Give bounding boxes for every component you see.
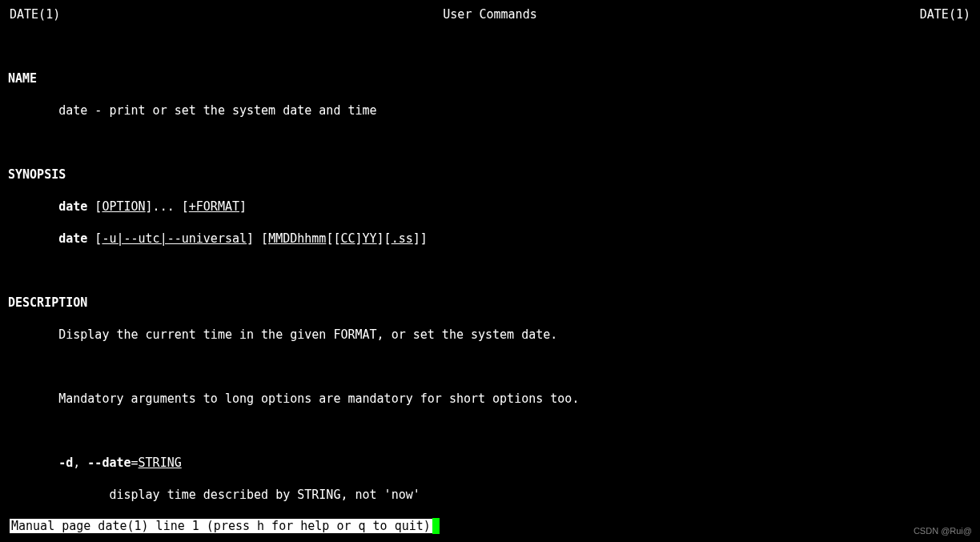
option-d: -d, --date=STRING xyxy=(8,455,972,471)
pager-status-text: Manual page date(1) line 1 (press h for … xyxy=(10,519,432,533)
pager-status-line[interactable]: Manual page date(1) line 1 (press h for … xyxy=(10,518,440,534)
header-center: User Commands xyxy=(443,6,536,22)
description-line-2: Mandatory arguments to long options are … xyxy=(8,391,972,407)
section-synopsis-heading: SYNOPSIS xyxy=(8,167,972,183)
man-header: DATE(1) User Commands DATE(1) xyxy=(0,0,980,22)
option-d-text: display time described by STRING, not 'n… xyxy=(8,487,972,503)
section-name-heading: NAME xyxy=(8,70,972,86)
description-line-1: Display the current time in the given FO… xyxy=(8,327,972,343)
synopsis-line-2: date [-u|--utc|--universal] [MMDDhhmm[[C… xyxy=(8,231,972,247)
watermark: CSDN @Rui@ xyxy=(914,523,972,539)
header-right: DATE(1) xyxy=(920,6,970,22)
name-text: date - print or set the system date and … xyxy=(8,102,972,118)
synopsis-line-1: date [OPTION]... [+FORMAT] xyxy=(8,199,972,215)
section-description-heading: DESCRIPTION xyxy=(8,295,972,311)
header-left: DATE(1) xyxy=(10,6,60,22)
cursor-block xyxy=(432,518,440,534)
man-body[interactable]: NAME date - print or set the system date… xyxy=(0,22,980,542)
